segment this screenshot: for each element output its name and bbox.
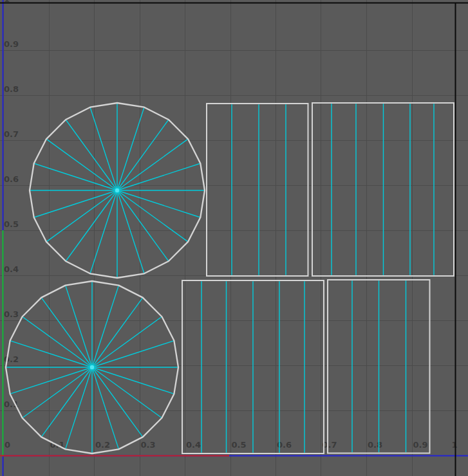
y-axis-tick-label: 0.9 [4,39,19,49]
y-axis-tick-label: 0.4 [4,264,19,274]
x-axis-tick-label: 0.2 [95,440,110,450]
uv-editor-canvas[interactable]: 00.10.20.30.40.50.60.70.80.9110.90.80.70… [0,0,468,476]
uv-island-cap-bottom[interactable] [6,281,178,453]
y-axis-tick-label: 0.3 [4,309,19,319]
uv-center-vertex[interactable] [115,188,119,192]
x-axis-tick-label: 0 [5,440,10,450]
uv-center-vertex[interactable] [90,365,94,369]
viewport-background[interactable] [0,0,468,476]
x-axis-tick-label: 1 [451,440,457,450]
uv-editor-viewport[interactable]: 00.10.20.30.40.50.60.70.80.9110.90.80.70… [0,0,468,476]
uv-island-cap-top[interactable] [30,103,205,278]
y-axis-tick-label: 0.7 [4,129,19,139]
x-axis-tick-label: 0.9 [413,440,428,450]
y-axis-tick-label: 0.8 [4,84,19,94]
y-axis-tick-label: 0.6 [4,174,19,184]
x-axis-tick-label: 0.3 [141,440,156,450]
x-axis-tick-label: 0.4 [186,440,201,450]
y-axis-tick-label: 0.5 [4,219,19,229]
x-axis-tick-label: 0.5 [232,440,247,450]
x-axis-tick-label: 0.8 [368,440,382,450]
